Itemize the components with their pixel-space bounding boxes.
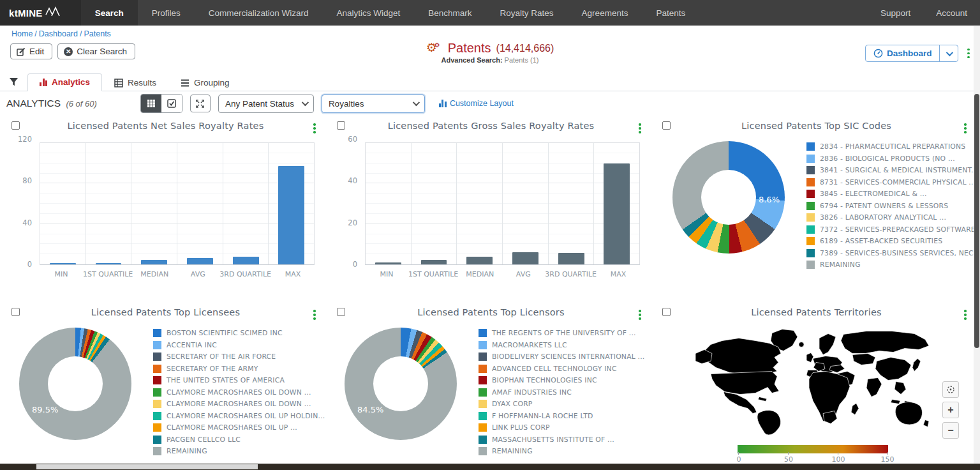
legend-label: ACCENTIA INC — [167, 341, 217, 349]
legend-swatch — [153, 341, 161, 349]
legend-item[interactable]: LINK PLUS CORP — [479, 423, 644, 432]
chart-select-checkbox[interactable] — [662, 121, 671, 130]
legend-item[interactable]: REMAINING — [479, 447, 644, 455]
legend-item[interactable]: MACROMARKETS LLC — [479, 341, 644, 349]
chart-kebab-menu[interactable] — [637, 308, 642, 321]
legend-swatch — [153, 329, 161, 337]
nav-item-account[interactable]: Account — [923, 0, 980, 26]
bar-cell — [456, 143, 502, 264]
legend-item[interactable]: THE UNITED STATES OF AMERICA — [153, 376, 325, 384]
breadcrumb-patents[interactable]: Patents — [84, 29, 110, 38]
tab-results[interactable]: Results — [102, 74, 168, 91]
chart-kebab-menu[interactable] — [312, 308, 317, 321]
legend-item[interactable]: ACCENTIA INC — [153, 341, 325, 349]
legend-item[interactable]: CLAYMORE MACROSHARES OIL DOWN ... — [153, 400, 325, 408]
expand-layout-button[interactable] — [190, 95, 211, 112]
legend-item[interactable]: 3845 - ELECTROMEDICAL & ... — [806, 190, 978, 198]
grid-view-button[interactable] — [141, 95, 161, 112]
legend-item[interactable]: REMAINING — [806, 261, 978, 269]
legend-item[interactable]: 6189 - ASSET-BACKED SECURITIES — [806, 237, 978, 245]
x-tick-label: 1ST QUARTILE — [83, 266, 133, 279]
view-tabs: Analytics Results Grouping — [0, 73, 980, 91]
legend-item[interactable]: 3841 - SURGICAL & MEDICAL INSTRUMENT... — [806, 166, 978, 174]
nav-item-patents[interactable]: Patents — [642, 0, 699, 26]
legend-item[interactable]: THE REGENTS OF THE UNIVERSITY OF ... — [479, 329, 644, 337]
nav-item-benchmark[interactable]: Benchmark — [414, 0, 486, 26]
legend-item[interactable]: SECRETARY OF THE AIR FORCE — [153, 352, 325, 361]
legend-item[interactable]: 6794 - PATENT OWNERS & LESSORS — [806, 202, 978, 210]
legend-item[interactable]: PACGEN CELLCO LLC — [153, 436, 325, 444]
vertical-scrollbar[interactable] — [974, 26, 980, 464]
tab-grouping[interactable]: Grouping — [168, 74, 242, 91]
chart-select-checkbox[interactable] — [11, 308, 20, 316]
chart-kebab-menu[interactable] — [963, 308, 968, 321]
select-charts-button[interactable] — [161, 95, 182, 112]
horizontal-scrollbar[interactable] — [0, 464, 980, 470]
patent-status-select[interactable]: Any Patent Status — [218, 95, 314, 113]
nav-item-royalty-rates[interactable]: Royalty Rates — [486, 0, 568, 26]
legend-item[interactable]: 2834 - PHARMACEUTICAL PREPARATIONS — [806, 142, 978, 151]
legend-item[interactable]: DYAX CORP — [479, 400, 644, 408]
chart-select-checkbox[interactable] — [337, 121, 345, 130]
patents-gear-icon: ⚙⚙ — [426, 42, 443, 54]
legend-item[interactable]: AMAF INDUSTRIES INC — [479, 388, 644, 397]
map-zoom-out-button[interactable]: − — [942, 422, 959, 439]
legend-item[interactable]: 2836 - BIOLOGICAL PRODUCTS (NO ... — [806, 155, 978, 163]
nav-item-search[interactable]: Search — [81, 0, 138, 26]
nav-item-profiles[interactable]: Profiles — [138, 0, 195, 26]
dashboard-button[interactable]: Dashboard — [866, 45, 940, 61]
nav-item-commercialization-wizard[interactable]: Commercialization Wizard — [195, 0, 323, 26]
chart-select-checkbox[interactable] — [11, 121, 20, 130]
header-kebab-menu-button[interactable] — [966, 47, 971, 60]
panel-top-licensees: Licensed Patents Top Licensees 89.5% BOS… — [5, 305, 326, 469]
legend-item[interactable]: 7389 - SERVICES-BUSINESS SERVICES, NEC — [806, 249, 978, 257]
legend-item[interactable]: MASSACHUSETTS INSTITUTE OF ... — [479, 436, 644, 444]
map-zoom-in-button[interactable]: + — [942, 402, 959, 418]
legend-item[interactable]: BIODELIVERY SCIENCES INTERNATIONAL ... — [479, 352, 644, 361]
donut-hole — [701, 170, 756, 225]
chart-select-checkbox[interactable] — [337, 308, 345, 316]
filter-funnel-icon[interactable] — [9, 77, 19, 87]
advanced-search-summary: Advanced Search: Patents (1) — [0, 56, 980, 64]
chart-kebab-menu[interactable] — [312, 122, 317, 135]
chart-select-checkbox[interactable] — [662, 308, 671, 316]
legend-label: CLAYMORE MACROSHARES OIL DOWN ... — [167, 400, 311, 408]
legend-item[interactable]: REMAINING — [153, 447, 325, 455]
nav-item-analytics-widget[interactable]: Analytics Widget — [322, 0, 414, 26]
nav-item-support[interactable]: Support — [868, 0, 923, 26]
breadcrumb-dashboard[interactable]: Dashboard — [39, 29, 78, 38]
horizontal-scrollbar-thumb[interactable] — [36, 464, 258, 469]
legend-item[interactable]: SECRETARY OF THE ARMY — [153, 365, 325, 373]
legend-label: LINK PLUS CORP — [492, 423, 550, 432]
legend-item[interactable]: CLAYMORE MACROSHARES OIL UP ... — [153, 423, 325, 432]
plot-area — [40, 142, 315, 265]
checkbox-icon — [167, 99, 176, 108]
gross-sales-bar-chart: 0204060 MIN1ST QUARTILEMEDIANAVG3RD QUAR… — [339, 140, 640, 279]
legend-item[interactable]: BOSTON SCIENTIFIC SCIMED INC — [153, 329, 325, 337]
breadcrumb-home[interactable]: Home — [11, 29, 33, 38]
chart-kebab-menu[interactable] — [637, 122, 642, 135]
legend-item[interactable]: CLAYMORE MACROSHARES OIL UP HOLDIN... — [153, 412, 325, 420]
bar — [50, 263, 76, 264]
legend-swatch — [153, 423, 161, 432]
legend-item[interactable]: 3826 - LABORATORY ANALYTICAL ... — [806, 213, 978, 222]
legend-item[interactable]: CLAYMORE MACROSHARES OIL DOWN ... — [153, 388, 325, 397]
customize-layout-link[interactable]: Customize Layout — [439, 99, 514, 108]
legend-item[interactable]: 8731 - SERVICES-COMMERCIAL PHYSICAL ... — [806, 178, 978, 186]
legend-swatch — [153, 436, 161, 444]
legend-item[interactable]: F HOFFMANN-LA ROCHE LTD — [479, 412, 644, 420]
vertical-scrollbar-thumb[interactable] — [974, 94, 979, 348]
panel-top-sic-codes: Licensed Patents Top SIC Codes 8.6% 2834… — [656, 118, 977, 302]
chart-kebab-menu[interactable] — [963, 122, 968, 135]
nav-item-agreements[interactable]: Agreements — [568, 0, 642, 26]
dashboard-dropdown-toggle[interactable] — [939, 45, 958, 61]
legend-item[interactable]: ADVANCED CELL TECHNOLOGY INC — [479, 365, 644, 373]
legend-item[interactable]: BIOPHAN TECHNOLOGIES INC — [479, 376, 644, 384]
legend-label: 3826 - LABORATORY ANALYTICAL ... — [820, 213, 946, 222]
chart-category-select[interactable]: Royalties — [322, 95, 425, 113]
tab-analytics-label: Analytics — [52, 77, 90, 87]
map-reset-zoom-button[interactable] — [942, 381, 959, 398]
legend-item[interactable]: 7372 - SERVICES-PREPACKAGED SOFTWARE — [806, 225, 978, 234]
tab-analytics[interactable]: Analytics — [27, 73, 102, 91]
app-logo[interactable]: ktMINE — [0, 0, 81, 26]
